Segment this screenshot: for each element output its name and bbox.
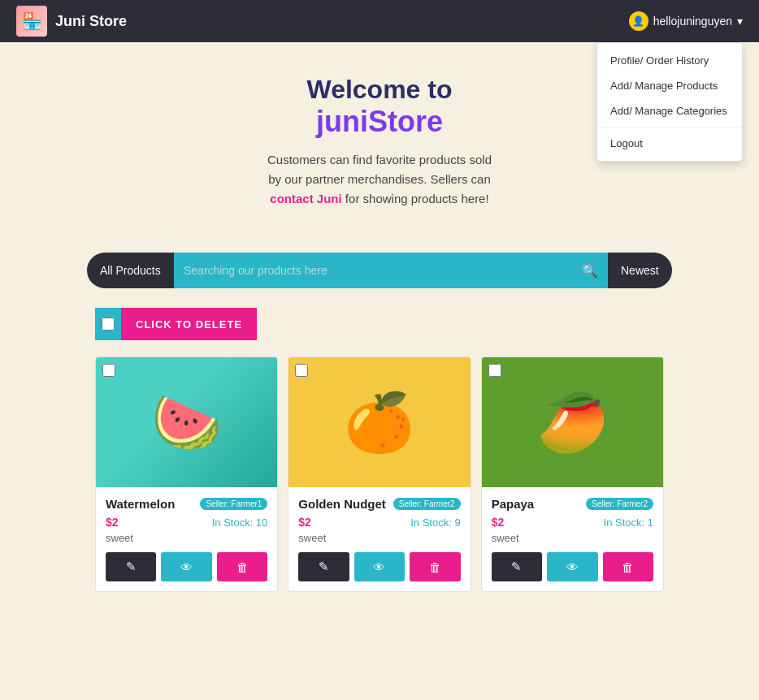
product-actions-papaya: ✎ 👁 🗑	[492, 552, 653, 581]
user-avatar: 👤	[629, 11, 648, 31]
delete-button-papaya[interactable]: 🗑	[603, 552, 653, 581]
search-bar: All Products 🔍 Newest	[71, 253, 688, 288]
delete-button-watermelon[interactable]: 🗑	[217, 552, 267, 581]
dropdown-item-manage-categories[interactable]: Add/ Manage Categories	[597, 98, 742, 123]
sort-select[interactable]: Newest	[608, 253, 672, 288]
product-desc-papaya: sweet	[492, 532, 653, 544]
seller-badge-papaya: Seller: Farmer2	[586, 498, 653, 510]
product-price-golden-nudget: $2	[298, 516, 311, 529]
search-icon: 🔍	[582, 264, 598, 278]
product-price-papaya: $2	[492, 516, 505, 529]
product-actions-watermelon: ✎ 👁 🗑	[106, 552, 267, 581]
product-stock-golden-nudget: In Stock: 9	[410, 516, 460, 529]
view-button-watermelon[interactable]: 👁	[161, 552, 211, 581]
dropdown-item-logout[interactable]: Logout	[597, 131, 742, 156]
product-image-papaya: 🥭	[482, 357, 663, 487]
edit-icon: ✎	[511, 560, 522, 574]
category-select[interactable]: All Products	[87, 253, 174, 288]
select-all-checkbox-wrap[interactable]	[95, 308, 121, 340]
product-name-golden-nudget: Golden Nudget	[298, 497, 386, 511]
delete-bar: CLICK TO DELETE	[30, 308, 729, 340]
product-info-golden-nudget: Golden Nudget Seller: Farmer2 $2 In Stoc…	[288, 487, 470, 591]
trash-icon: 🗑	[236, 560, 249, 574]
product-desc-golden-nudget: sweet	[298, 532, 460, 544]
seller-badge-watermelon: Seller: Farmer1	[200, 498, 267, 510]
edit-button-golden-nudget[interactable]: ✎	[298, 552, 349, 581]
hero-contact-link[interactable]: contact Juni	[270, 192, 341, 205]
search-input-wrap: 🔍	[174, 253, 608, 288]
seller-badge-golden-nudget: Seller: Farmer2	[393, 498, 461, 510]
hero-desc-line2: by our partner merchandises. Sellers can	[268, 172, 490, 186]
product-name-papaya: Papaya	[492, 497, 535, 511]
view-button-papaya[interactable]: 👁	[547, 552, 597, 581]
product-image-golden-nudget: 🍊	[288, 357, 470, 487]
product-checkbox-watermelon[interactable]	[102, 364, 115, 377]
product-price-watermelon: $2	[106, 516, 119, 529]
view-icon: 👁	[180, 560, 193, 574]
delete-button-golden-nudget[interactable]: 🗑	[410, 552, 460, 581]
product-checkbox-papaya[interactable]	[488, 364, 501, 377]
product-name-watermelon: Watermelon	[106, 497, 175, 511]
product-card-papaya: 🥭 Papaya Seller: Farmer2 $2 In Stock: 1 …	[481, 356, 664, 592]
navbar: 🏪 Juni Store 👤 hellojuninguyen ▾	[0, 0, 759, 42]
dropdown-divider	[597, 127, 742, 127]
brand-name: Juni Store	[55, 13, 127, 30]
username-label: hellojuninguyen	[653, 15, 732, 28]
hero-desc-line1: Customers can find favorite products sol…	[267, 153, 492, 166]
edit-icon: ✎	[126, 560, 137, 574]
product-desc-watermelon: sweet	[106, 532, 267, 544]
product-stock-papaya: In Stock: 1	[604, 516, 653, 529]
dropdown-arrow-icon: ▾	[737, 15, 743, 28]
product-name-row: Watermelon Seller: Farmer1	[106, 497, 267, 511]
user-menu-trigger[interactable]: 👤 hellojuninguyen ▾	[629, 11, 743, 31]
product-checkbox-golden-nudget[interactable]	[295, 364, 308, 377]
edit-button-papaya[interactable]: ✎	[492, 552, 542, 581]
product-image-watermelon: 🍉	[96, 357, 277, 487]
view-button-golden-nudget[interactable]: 👁	[354, 552, 405, 581]
search-button[interactable]: 🔍	[582, 263, 598, 279]
product-price-row: $2 In Stock: 10	[106, 516, 267, 529]
product-price-row: $2 In Stock: 1	[492, 516, 653, 529]
trash-icon: 🗑	[622, 560, 634, 574]
user-dropdown-menu: Profile/ Order History Add/ Manage Produ…	[596, 42, 743, 162]
hero-desc-line3-suffix: for showing products here!	[342, 192, 489, 205]
product-card-watermelon: 🍉 Watermelon Seller: Farmer1 $2 In Stock…	[95, 356, 278, 592]
search-input[interactable]	[184, 264, 582, 277]
product-stock-watermelon: In Stock: 10	[212, 516, 268, 529]
product-name-row: Papaya Seller: Farmer2	[492, 497, 653, 511]
select-all-checkbox[interactable]	[102, 318, 115, 331]
dropdown-item-manage-products[interactable]: Add/ Manage Products	[597, 73, 742, 98]
delete-selected-button[interactable]: CLICK TO DELETE	[121, 308, 257, 340]
product-name-row: Golden Nudget Seller: Farmer2	[298, 497, 460, 511]
product-price-row: $2 In Stock: 9	[298, 516, 460, 529]
view-icon: 👁	[566, 560, 579, 574]
edit-button-watermelon[interactable]: ✎	[106, 552, 156, 581]
product-info-papaya: Papaya Seller: Farmer2 $2 In Stock: 1 sw…	[482, 487, 663, 591]
products-grid: 🍉 Watermelon Seller: Farmer1 $2 In Stock…	[30, 356, 729, 616]
dropdown-item-profile[interactable]: Profile/ Order History	[597, 48, 742, 73]
product-actions-golden-nudget: ✎ 👁 🗑	[298, 552, 460, 581]
product-info-watermelon: Watermelon Seller: Farmer1 $2 In Stock: …	[96, 487, 277, 591]
store-icon: 🏪	[16, 6, 47, 37]
trash-icon: 🗑	[429, 560, 441, 574]
edit-icon: ✎	[319, 560, 329, 574]
product-card-golden-nudget: 🍊 Golden Nudget Seller: Farmer2 $2 In St…	[288, 356, 471, 592]
brand: 🏪 Juni Store	[16, 6, 127, 37]
view-icon: 👁	[373, 560, 385, 574]
